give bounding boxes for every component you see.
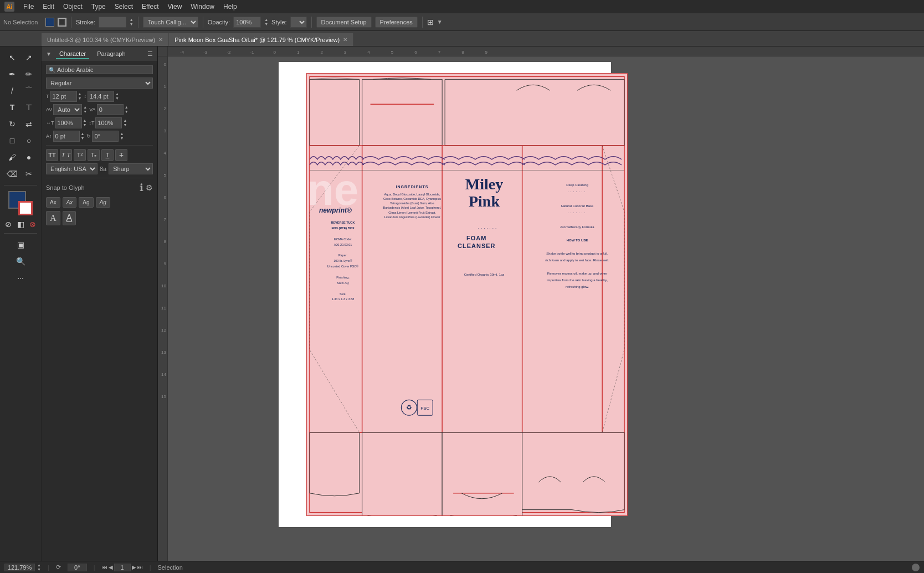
menu-type[interactable]: Type [91,3,106,11]
v-scale-input[interactable] [95,117,122,128]
pencil-tool[interactable]: ✏ [21,66,37,82]
font-search-bar[interactable]: 🔍 [46,65,153,74]
h-scale-spinner[interactable]: ▲▼ [83,118,87,127]
page-input[interactable] [114,564,131,571]
angle-input[interactable] [68,564,87,571]
stroke-input[interactable] [99,17,126,28]
brush-tool[interactable]: 🖌 [4,149,20,165]
character-tab[interactable]: Character [56,49,89,59]
opacity-input[interactable] [233,17,261,28]
bold-button[interactable]: TT [46,149,58,161]
language-select[interactable]: English: USA [46,163,97,174]
rotation-input[interactable] [92,131,119,142]
stroke-spinner[interactable]: ▲ ▼ [130,18,134,27]
zoom-tool[interactable]: 🔍 [13,254,28,269]
subscript-button[interactable]: T₂ [88,149,100,161]
strikethrough-button[interactable]: T [115,149,127,161]
stroke-color-swatch[interactable] [58,18,66,27]
tab-untitled[interactable]: Untitled-3 @ 100.34 % (CMYK/Preview) ✕ [42,33,169,46]
tab-pink-moon[interactable]: Pink Moon Box GuaSha Oil.ai* @ 121.79 % … [169,33,353,46]
underline-button[interactable]: T [101,149,114,161]
glyph-btn-ax2[interactable]: Ax [63,197,77,208]
line-tool[interactable]: / [4,83,20,99]
panel-menu-icon[interactable]: ☰ [147,50,153,58]
v-scale-spinner[interactable]: ▲▼ [123,118,127,127]
doc-setup-button[interactable]: Document Setup [316,17,372,28]
italic-button[interactable]: T T [60,149,72,161]
preferences-button[interactable]: Preferences [375,17,418,28]
fill-color-swatch[interactable] [45,18,54,27]
baseline-spinner[interactable]: ▲▼ [81,132,85,141]
paragraph-tab[interactable]: Paragraph [94,49,129,59]
stroke-color[interactable] [18,201,33,215]
canvas-area[interactable]: -4 -3 -2 -1 0 1 2 3 4 5 6 7 8 9 0 1 2 3 … [158,47,924,561]
glyph-info-icon[interactable]: ℹ [140,182,143,194]
menu-select[interactable]: Select [115,3,133,11]
glyph-settings-icon[interactable]: ⚙ [146,183,153,192]
direct-selection-tool[interactable]: ↗ [21,50,37,65]
zoom-input[interactable] [4,564,35,571]
pen-tool[interactable]: ✒ [4,66,20,82]
none-swatch[interactable]: ⊘ [3,219,14,230]
font-size-spinner[interactable]: ▲▼ [78,92,82,101]
glyph-btn-ag2[interactable]: Ag [96,197,110,208]
menu-object[interactable]: Object [63,3,83,11]
glyph-btn-ag1[interactable]: Ag [79,197,93,208]
menu-window[interactable]: Window [191,3,214,11]
char-type-sans[interactable]: A [63,211,76,225]
baseline-input[interactable] [53,131,80,142]
last-page-btn[interactable]: ⏭ [137,564,143,570]
font-selector[interactable]: Touch Callig... [143,17,198,28]
font-style-select[interactable]: Regular [46,78,153,89]
tracking-spinner[interactable]: ▲▼ [125,105,129,114]
gradient-swatch[interactable]: ◧ [15,219,26,230]
glyph-btn-ax1[interactable]: Ax [46,197,60,208]
leading-input[interactable] [88,91,114,102]
tab-pink-moon-close[interactable]: ✕ [343,37,347,43]
type-tool[interactable]: T [4,100,20,115]
opacity-spinner[interactable]: ▲ ▼ [264,18,268,27]
ellipse-tool[interactable]: ○ [21,133,37,148]
panel-collapse-icon[interactable]: ▼ [46,51,52,57]
tracking-input[interactable] [97,104,124,115]
no-fill-swatch[interactable]: ⊗ [27,219,38,230]
menu-file[interactable]: File [23,3,34,11]
arc-tool[interactable]: ⌒ [21,83,37,99]
menu-edit[interactable]: Edit [43,3,54,11]
blob-brush-tool[interactable]: ● [21,149,37,165]
menu-view[interactable]: View [168,3,182,11]
arrange-dropdown[interactable]: ▼ [437,19,443,25]
area-type-tool[interactable]: ⊤ [21,100,37,115]
rotation-spinner[interactable]: ▲▼ [120,132,124,141]
font-search-input[interactable] [57,66,150,73]
pen-tools-row: ✒ ✏ [4,66,37,82]
menu-effect[interactable]: Effect [142,3,158,11]
h-scale-input[interactable] [55,117,82,128]
menu-help[interactable]: Help [223,3,237,11]
rectangle-tool[interactable]: □ [4,133,20,148]
eraser-tool[interactable]: ⌫ [4,166,20,182]
rotate-tool[interactable]: ↻ [4,116,20,132]
prev-page-btn[interactable]: ◀ [109,564,113,570]
kerning-select[interactable]: Auto [53,104,82,115]
style-selector[interactable] [290,17,307,28]
reflect-tool[interactable]: ⇄ [21,116,37,132]
scissors-tool[interactable]: ✂ [21,166,37,182]
first-page-btn[interactable]: ⏮ [102,564,107,570]
kerning-spinner[interactable]: ▲▼ [83,105,87,114]
h-scale-item: ↔T ▲▼ [46,117,86,128]
artboard-tool[interactable]: ▣ [13,237,28,252]
selection-tool[interactable]: ↖ [4,50,20,65]
leading-spinner[interactable]: ▲▼ [115,92,119,101]
newprint-brand: newprint® [319,207,352,214]
arrange-icon[interactable]: ⊞ [427,18,434,27]
zoom-spinner[interactable]: ▲ ▼ [37,563,41,572]
antialiasing-select[interactable]: Sharp [109,163,153,174]
font-size-input[interactable] [50,91,77,102]
superscript-button[interactable]: T² [74,149,86,161]
tools-panel: ↖ ↗ ✒ ✏ / ⌒ T ⊤ ↻ ⇄ □ ○ 🖌 ● ⌫ ✂ [0,47,42,561]
tab-untitled-close[interactable]: ✕ [158,37,163,43]
next-page-btn[interactable]: ▶ [132,564,136,570]
more-tools[interactable]: ··· [13,270,28,286]
char-type-serif[interactable]: A [46,211,60,225]
